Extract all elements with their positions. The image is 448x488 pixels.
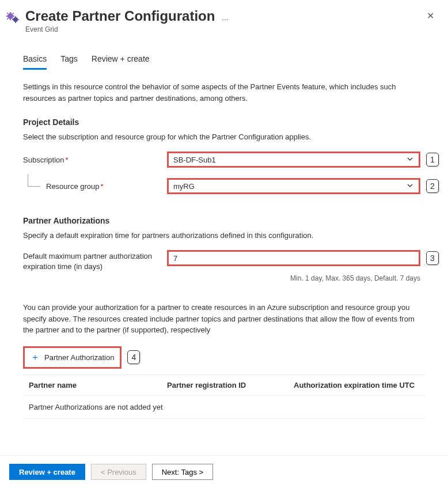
subscription-label-text: Subscription xyxy=(23,156,64,164)
project-details-desc: Select the subscription and resource gro… xyxy=(23,133,425,141)
tree-connector-icon xyxy=(28,174,40,187)
tab-tags[interactable]: Tags xyxy=(60,51,78,70)
add-partner-authorization-button[interactable]: ＋ Partner Authorization xyxy=(23,346,122,369)
callout-4: 4 xyxy=(127,350,140,364)
authorization-explain-text: You can provide your authorization for a… xyxy=(23,302,425,336)
page-title: Create Partner Configuration xyxy=(25,8,215,24)
tab-review-create[interactable]: Review + create xyxy=(92,51,150,70)
review-create-button[interactable]: Review + create xyxy=(9,464,85,480)
expiration-time-label: Default maximum partner authorization ex… xyxy=(23,250,167,272)
close-button[interactable]: ✕ xyxy=(422,8,439,24)
next-button[interactable]: Next: Tags > xyxy=(152,464,213,480)
table-empty-message: Partner Authorizations are not added yet xyxy=(23,396,425,419)
intro-text: Settings in this resource control the be… xyxy=(23,81,425,104)
more-actions-button[interactable]: ··· xyxy=(222,14,229,24)
gear-pair-icon xyxy=(6,10,20,24)
column-registration-id: Partner registration ID xyxy=(167,381,294,389)
plus-icon: ＋ xyxy=(31,351,40,364)
partner-authorizations-heading: Partner Authorizations xyxy=(23,216,425,225)
callout-3: 3 xyxy=(426,251,439,265)
partner-authorizations-desc: Specify a default expiration time for pa… xyxy=(23,231,425,240)
subscription-select[interactable]: SB-DF-Sub1 xyxy=(167,152,420,168)
tab-basics[interactable]: Basics xyxy=(23,51,47,70)
svg-point-1 xyxy=(13,17,18,22)
tab-bar: Basics Tags Review + create xyxy=(23,51,425,70)
resource-group-label-text: Resource group xyxy=(46,182,100,191)
previous-button: < Previous xyxy=(91,464,146,480)
required-asterisk: * xyxy=(66,156,69,164)
column-expiration-utc: Authorization expiration time UTC xyxy=(294,381,419,389)
wizard-footer: Review + create < Previous Next: Tags > xyxy=(0,455,448,488)
expiration-helper-text: Min. 1 day, Max. 365 days, Default. 7 da… xyxy=(167,274,420,282)
resource-group-select[interactable]: myRG xyxy=(167,178,420,194)
subscription-label: Subscription* xyxy=(23,156,167,164)
add-partner-authorization-label: Partner Authorization xyxy=(44,353,114,362)
callout-1: 1 xyxy=(426,153,439,167)
authorizations-table: Partner name Partner registration ID Aut… xyxy=(23,374,425,419)
required-asterisk: * xyxy=(101,182,104,191)
callout-2: 2 xyxy=(426,179,439,193)
svg-point-0 xyxy=(7,13,13,19)
expiration-time-input[interactable] xyxy=(167,250,420,266)
resource-group-label: Resource group* xyxy=(23,182,167,191)
project-details-heading: Project Details xyxy=(23,118,425,127)
column-partner-name: Partner name xyxy=(29,381,167,389)
page-subtitle: Event Grid xyxy=(25,25,422,33)
